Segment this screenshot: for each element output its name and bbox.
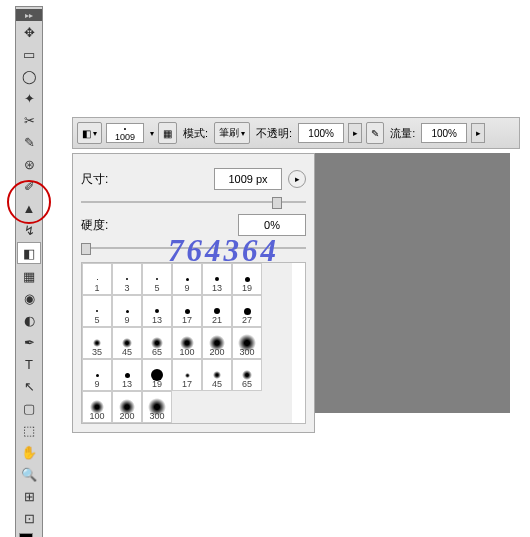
brush-preset[interactable]: •1009 [106, 123, 144, 143]
hardness-input[interactable] [238, 214, 306, 236]
marquee-tool[interactable]: ▭ [18, 44, 40, 64]
size-play-button[interactable]: ▸ [288, 170, 306, 188]
brush-cell[interactable]: 35 [82, 327, 112, 359]
move-tool[interactable]: ✥ [18, 22, 40, 42]
pen-tool[interactable]: ✒ [18, 332, 40, 352]
brush-cell[interactable]: 5 [82, 295, 112, 327]
brush-grid: 1359131959131721273545651002003009131917… [81, 262, 306, 424]
brush-cell[interactable]: 13 [142, 295, 172, 327]
brush-cell[interactable]: 300 [142, 391, 172, 423]
brush-cell[interactable] [262, 359, 292, 391]
brush-cell[interactable] [262, 391, 292, 423]
brush-cell[interactable] [172, 391, 202, 423]
brush-cell[interactable]: 17 [172, 359, 202, 391]
brush-panel-button[interactable]: ▦ [158, 122, 177, 144]
foreground-swatch[interactable] [19, 533, 33, 537]
brush-cell[interactable] [232, 391, 262, 423]
brush-cell[interactable]: 21 [202, 295, 232, 327]
hardness-label: 硬度: [81, 217, 125, 234]
brush-cell[interactable]: 100 [172, 327, 202, 359]
brush-cell[interactable] [262, 295, 292, 327]
heal-tool[interactable]: ⊛ [18, 154, 40, 174]
toolbar-header[interactable]: ▸▸ [16, 9, 42, 21]
tools-toolbar: ▸▸ ✥ ▭ ◯ ✦ ✂ ✎ ⊛ ✐ ▲ ↯ ◧ ▦ ◉ ◐ ✒ T ↖ ▢ ⬚… [15, 6, 43, 537]
brush-cell[interactable]: 65 [232, 359, 262, 391]
brush-cell[interactable]: 9 [112, 295, 142, 327]
path-tool[interactable]: ↖ [18, 376, 40, 396]
brush-cell[interactable]: 27 [232, 295, 262, 327]
brush-cell[interactable]: 45 [202, 359, 232, 391]
flow-arrow[interactable]: ▸ [471, 123, 485, 143]
brush-cell[interactable]: 17 [172, 295, 202, 327]
brush-cell[interactable]: 19 [142, 359, 172, 391]
stamp-tool[interactable]: ▲ [18, 198, 40, 218]
canvas-area[interactable] [300, 153, 510, 413]
brush-cell[interactable]: 300 [232, 327, 262, 359]
brush-tool[interactable]: ✐ [18, 176, 40, 196]
type-tool[interactable]: T [18, 354, 40, 374]
brush-cell[interactable]: 13 [112, 359, 142, 391]
eyedropper-tool[interactable]: ✎ [18, 132, 40, 152]
brush-cell[interactable]: 1 [82, 263, 112, 295]
brush-cell[interactable]: 13 [202, 263, 232, 295]
crop-tool[interactable]: ✂ [18, 110, 40, 130]
flow-input[interactable] [421, 123, 467, 143]
mode-label: 模式: [183, 126, 208, 141]
brush-cell[interactable]: 200 [202, 327, 232, 359]
dodge-tool[interactable]: ◐ [18, 310, 40, 330]
size-slider[interactable] [81, 196, 306, 208]
flow-label: 流量: [390, 126, 415, 141]
opacity-label: 不透明: [256, 126, 292, 141]
brush-cell[interactable]: 100 [82, 391, 112, 423]
brush-panel: 尺寸: ▸ 硬度: 135913195913172127354565100200… [72, 153, 315, 433]
size-input[interactable] [214, 168, 282, 190]
3d-tool[interactable]: ⬚ [18, 420, 40, 440]
brush-cell[interactable]: 3 [112, 263, 142, 295]
blur-tool[interactable]: ◉ [18, 288, 40, 308]
color-swatches[interactable] [19, 533, 39, 537]
brush-cell[interactable]: 5 [142, 263, 172, 295]
misc-tool-2[interactable]: ⊡ [18, 508, 40, 528]
eraser-tool[interactable]: ◧ [17, 242, 41, 264]
mode-select[interactable]: 筆刷▾ [214, 122, 250, 144]
brush-cell[interactable] [202, 391, 232, 423]
shape-tool[interactable]: ▢ [18, 398, 40, 418]
brush-cell[interactable]: 200 [112, 391, 142, 423]
brush-cell[interactable]: 9 [172, 263, 202, 295]
brush-cell[interactable]: 19 [232, 263, 262, 295]
pressure-opacity-button[interactable]: ✎ [366, 122, 384, 144]
wand-tool[interactable]: ✦ [18, 88, 40, 108]
options-bar: ◧▾ •1009 ▾ ▦ 模式: 筆刷▾ 不透明: ▸ ✎ 流量: ▸ [72, 117, 520, 149]
brush-dropdown-icon[interactable]: ▾ [150, 129, 154, 138]
lasso-tool[interactable]: ◯ [18, 66, 40, 86]
brush-cell[interactable]: 9 [82, 359, 112, 391]
brush-cell[interactable]: 65 [142, 327, 172, 359]
brush-cell[interactable] [262, 327, 292, 359]
tool-preset[interactable]: ◧▾ [77, 122, 102, 144]
brush-cell[interactable] [262, 263, 292, 295]
misc-tool-1[interactable]: ⊞ [18, 486, 40, 506]
opacity-arrow[interactable]: ▸ [348, 123, 362, 143]
brush-cell[interactable]: 45 [112, 327, 142, 359]
hand-tool[interactable]: ✋ [18, 442, 40, 462]
opacity-input[interactable] [298, 123, 344, 143]
gradient-tool[interactable]: ▦ [18, 266, 40, 286]
zoom-tool[interactable]: 🔍 [18, 464, 40, 484]
size-label: 尺寸: [81, 171, 125, 188]
hardness-slider[interactable] [81, 242, 306, 254]
history-brush-tool[interactable]: ↯ [18, 220, 40, 240]
